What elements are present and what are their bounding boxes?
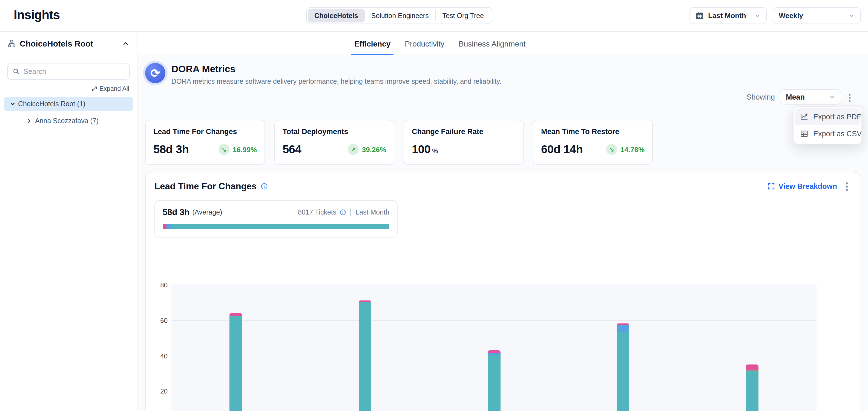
- expand-corners-icon: [768, 183, 775, 190]
- chevron-down-icon: [848, 12, 855, 19]
- top-bar: Insights ChoiceHotelsSolution EngineersT…: [0, 0, 868, 32]
- tab-efficiency[interactable]: Efficiency: [353, 32, 392, 55]
- summary-value: 58d 3h: [163, 207, 189, 217]
- metric-card-value: 60d 14h: [541, 143, 583, 156]
- info-icon[interactable]: [340, 209, 346, 215]
- dora-title: DORA Metrics: [172, 64, 501, 75]
- stacked-bar-5[interactable]: [746, 365, 758, 411]
- chart-export-icon: [800, 113, 808, 121]
- dora-subtitle: DORA metrics measure software delivery p…: [172, 78, 501, 85]
- bar-segment-deployment: [746, 371, 758, 411]
- expand-icon: [91, 85, 97, 92]
- view-breakdown-label: View Breakdown: [778, 182, 837, 191]
- stacked-bar-1[interactable]: [230, 313, 242, 411]
- org-tab-choicehotels[interactable]: ChoiceHotels: [308, 9, 365, 23]
- stacked-bar-2[interactable]: [359, 300, 371, 411]
- chevron-down-icon: [754, 12, 761, 19]
- trend-change-value: 16.99%: [233, 145, 257, 153]
- tree-item-label: Anna Scozzafava (7): [35, 117, 99, 125]
- chevron-right-icon[interactable]: [24, 118, 34, 124]
- y-axis-tick-label: 80: [154, 281, 167, 289]
- y-axis-tick-label: 40: [154, 352, 167, 360]
- stacked-bar-3[interactable]: [488, 350, 500, 411]
- tab-strip: EfficiencyProductivityBusiness Alignment: [137, 32, 868, 55]
- chevron-down-icon[interactable]: [7, 101, 18, 107]
- tree-item-root[interactable]: ChoiceHotels Root (1): [4, 97, 133, 111]
- expand-all-label: Expand All: [99, 85, 129, 92]
- chevron-up-icon[interactable]: [122, 40, 129, 47]
- dora-kebab-menu-button[interactable]: [845, 92, 854, 104]
- metric-card-value: 564: [283, 143, 301, 156]
- summary-period: Last Month: [355, 208, 390, 216]
- org-tab-solution-engineers[interactable]: Solution Engineers: [365, 9, 435, 23]
- progress-segment-review: [167, 224, 172, 229]
- divider: [350, 208, 351, 216]
- org-segmented-control: ChoiceHotelsSolution EngineersTest Org T…: [306, 7, 492, 24]
- progress-segment-planning: [163, 224, 167, 229]
- org-tab-test-org-tree[interactable]: Test Org Tree: [436, 9, 490, 23]
- period-select[interactable]: Last Month: [689, 7, 767, 24]
- metric-card-title: Mean Time To Restore: [541, 128, 645, 136]
- page-title: Insights: [14, 8, 60, 23]
- tree-item-label: ChoiceHotels Root (1): [18, 100, 86, 108]
- metric-card-title: Lead Time For Changes: [153, 128, 257, 136]
- metric-card-value: 100%: [412, 143, 438, 156]
- metric-card-lead-time-for-changes: Lead Time For Changes58d 3h↘16.99%: [145, 120, 265, 165]
- info-icon[interactable]: [261, 183, 268, 190]
- org-hierarchy-icon: [8, 39, 16, 47]
- metric-card-title: Change Failure Rate: [412, 128, 515, 136]
- bar-segment-planning: [746, 365, 758, 370]
- phase-progress-bar: [163, 224, 390, 229]
- menu-item-label: Export as CSV: [813, 130, 862, 138]
- bar-segment-planning: [359, 300, 371, 302]
- table-icon: [800, 130, 808, 138]
- bar-segment-deployment: [488, 355, 500, 411]
- metric-card-total-deployments: Total Deployments564↗39.26%: [274, 120, 394, 165]
- search-input[interactable]: [24, 67, 124, 75]
- granularity-select[interactable]: Weekly: [773, 7, 861, 24]
- metric-card-change-failure-rate: Change Failure Rate100%: [404, 120, 524, 165]
- metric-cards-row: Lead Time For Changes58d 3h↘16.99%Total …: [145, 120, 653, 165]
- trend-badge: ↗39.26%: [348, 144, 386, 155]
- panel-kebab-menu-button[interactable]: [842, 180, 851, 193]
- dora-sprint-icon: ⟳: [145, 63, 165, 83]
- stacked-bar-4[interactable]: [617, 323, 629, 411]
- metric-card-title: Total Deployments: [283, 128, 386, 136]
- content-area: ⟳ DORA Metrics DORA metrics measure soft…: [137, 55, 868, 411]
- org-tree: ChoiceHotels Root (1) Anna Scozzafava (7…: [0, 97, 137, 128]
- tab-business-alignment[interactable]: Business Alignment: [458, 32, 527, 55]
- menu-item-export-as-pdf[interactable]: Export as PDF: [795, 108, 860, 125]
- tickets-count: 8017 Tickets: [298, 208, 336, 216]
- insights-dashboard: Insights ChoiceHotelsSolution EngineersT…: [0, 0, 868, 411]
- bar-segment-deployment: [230, 317, 242, 411]
- lead-time-summary-card: 58d 3h (Average) 8017 Tickets Last Month: [154, 200, 398, 237]
- tab-productivity[interactable]: Productivity: [404, 32, 445, 55]
- trend-badge: ↘14.78%: [606, 144, 645, 155]
- showing-select-value: Mean: [786, 93, 805, 101]
- showing-select[interactable]: Mean: [780, 89, 841, 105]
- progress-segment-deployment: [172, 224, 390, 229]
- metric-card-value: 58d 3h: [153, 143, 189, 156]
- metric-card-mean-time-to-restore: Mean Time To Restore60d 14h↘14.78%: [533, 120, 653, 165]
- main-area: EfficiencyProductivityBusiness Alignment…: [137, 32, 868, 411]
- summary-suffix: (Average): [192, 208, 222, 216]
- bar-segment-planning: [230, 313, 242, 315]
- chevron-down-icon: [829, 94, 835, 100]
- expand-all-button[interactable]: Expand All: [0, 85, 129, 92]
- y-axis-tick-label: 60: [154, 317, 167, 324]
- sidebar-search[interactable]: [7, 63, 130, 80]
- bar-segment-deployment: [617, 333, 629, 411]
- bar-segment-planning: [488, 350, 500, 353]
- showing-label: Showing: [746, 93, 775, 101]
- menu-item-export-as-csv[interactable]: Export as CSV: [795, 125, 860, 142]
- sidebar-header[interactable]: ChoiceHotels Root: [0, 32, 137, 55]
- menu-item-label: Export as PDF: [813, 113, 861, 121]
- trend-change-value: 39.26%: [362, 145, 386, 153]
- view-breakdown-button[interactable]: View Breakdown: [768, 182, 837, 191]
- granularity-select-value: Weekly: [779, 11, 803, 20]
- export-menu: Export as PDFExport as CSV: [793, 106, 862, 144]
- trend-up-icon: ↗: [348, 144, 359, 155]
- panel-title: Lead Time For Changes: [154, 181, 257, 192]
- org-tree-sidebar: ChoiceHotels Root Expand All: [0, 32, 137, 411]
- tree-item-child[interactable]: Anna Scozzafava (7): [0, 114, 137, 128]
